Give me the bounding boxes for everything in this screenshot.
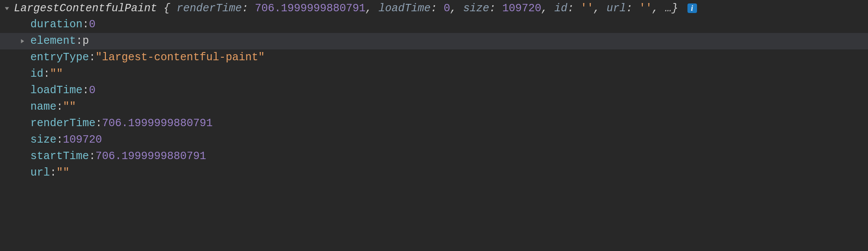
prop-url[interactable]: url: "" bbox=[30, 165, 868, 181]
caret-right-icon[interactable] bbox=[20, 39, 30, 44]
object-summary-row[interactable]: LargestContentfulPaint { renderTime: 706… bbox=[0, 1, 868, 16]
prop-renderTime[interactable]: renderTime: 706.1999999880791 bbox=[30, 115, 868, 132]
prop-duration[interactable]: duration: 0 bbox=[30, 16, 868, 33]
prop-startTime[interactable]: startTime: 706.1999999880791 bbox=[30, 148, 868, 165]
object-properties: duration: 0 bbox=[0, 16, 868, 33]
object-properties-cont: entryType: "largest-contentful-paint" id… bbox=[0, 49, 868, 181]
class-name: LargestContentfulPaint bbox=[14, 2, 157, 15]
console-object: LargestContentfulPaint { renderTime: 706… bbox=[0, 0, 868, 186]
prop-element[interactable]: element: p bbox=[0, 33, 868, 49]
prop-loadTime[interactable]: loadTime: 0 bbox=[30, 82, 868, 99]
prop-name[interactable]: name: "" bbox=[30, 99, 868, 115]
prop-size[interactable]: size: 109720 bbox=[30, 132, 868, 148]
object-summary: LargestContentfulPaint { renderTime: 706… bbox=[11, 1, 697, 16]
prop-id[interactable]: id: "" bbox=[30, 66, 868, 82]
element-reference[interactable]: p bbox=[82, 33, 89, 49]
caret-down-icon[interactable] bbox=[3, 1, 11, 16]
info-icon[interactable]: i bbox=[687, 3, 697, 13]
prop-entryType[interactable]: entryType: "largest-contentful-paint" bbox=[30, 49, 868, 66]
